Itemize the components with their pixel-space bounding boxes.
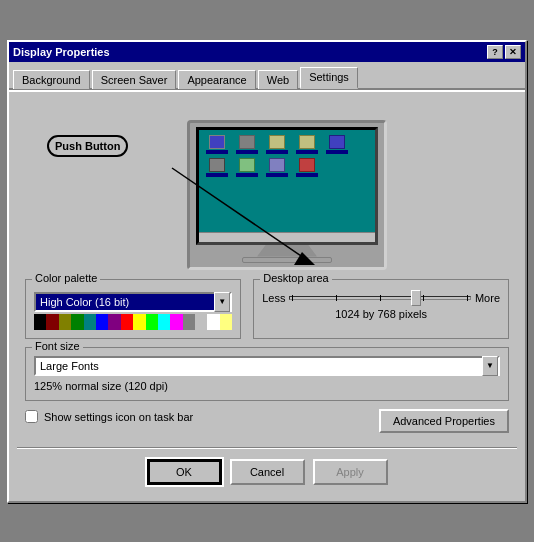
content-area: Push Button <box>9 90 525 501</box>
slider-row: Less More <box>262 292 500 304</box>
swatch-5 <box>84 314 96 330</box>
swatch-11 <box>158 314 170 330</box>
more-label: More <box>475 292 500 304</box>
less-label: Less <box>262 292 285 304</box>
font-size-select[interactable]: Small Fonts Large Fonts Other <box>34 356 500 376</box>
tab-settings[interactable]: Settings <box>300 67 358 89</box>
show-settings-label: Show settings icon on task bar <box>44 411 193 423</box>
advanced-properties-button[interactable]: Advanced Properties <box>379 409 509 433</box>
swatch-14 <box>195 314 207 330</box>
color-palette-group: Color palette High Color (16 bit) True C… <box>25 279 241 339</box>
tab-background[interactable]: Background <box>13 70 90 89</box>
checkbox-row: Show settings icon on task bar <box>25 410 193 423</box>
monitor-screen <box>196 127 378 245</box>
swatch-2 <box>46 314 58 330</box>
font-size-dropdown-wrapper: Small Fonts Large Fonts Other ▼ <box>34 356 500 376</box>
two-columns: Color palette High Color (16 bit) True C… <box>25 279 509 339</box>
tab-appearance[interactable]: Appearance <box>178 70 255 89</box>
cancel-button[interactable]: Cancel <box>230 459 305 485</box>
monitor-section: Push Button <box>17 100 517 275</box>
ok-button[interactable]: OK <box>147 459 222 485</box>
color-palette-label: Color palette <box>32 272 100 284</box>
swatch-16 <box>220 314 232 330</box>
monitor-outer <box>187 120 387 270</box>
swatch-15 <box>207 314 219 330</box>
font-size-label: Font size <box>32 340 83 352</box>
close-button[interactable]: ✕ <box>505 45 521 59</box>
push-button-label: Push Button <box>47 135 128 157</box>
desktop-area-label: Desktop area <box>260 272 331 284</box>
desktop-taskbar <box>199 232 375 242</box>
controls-area: Color palette High Color (16 bit) True C… <box>17 275 517 443</box>
swatch-8 <box>121 314 133 330</box>
slider-track[interactable] <box>289 296 471 300</box>
title-bar-buttons: ? ✕ <box>487 45 521 59</box>
monitor-stand <box>257 245 317 257</box>
title-bar: Display Properties ? ✕ <box>9 42 525 62</box>
swatch-10 <box>146 314 158 330</box>
monitor-base <box>242 257 332 263</box>
show-settings-checkbox[interactable] <box>25 410 38 423</box>
swatch-9 <box>133 314 145 330</box>
dialog-button-row: OK Cancel Apply <box>17 453 517 493</box>
swatch-6 <box>96 314 108 330</box>
display-properties-window: Display Properties ? ✕ Background Screen… <box>7 40 527 503</box>
pixels-label: 1024 by 768 pixels <box>262 308 500 320</box>
font-size-group: Font size Small Fonts Large Fonts Other … <box>25 347 509 401</box>
swatch-4 <box>71 314 83 330</box>
swatch-13 <box>183 314 195 330</box>
color-palette-dropdown-wrapper: High Color (16 bit) True Color (24 bit) … <box>34 292 232 312</box>
apply-button[interactable]: Apply <box>313 459 388 485</box>
help-button[interactable]: ? <box>487 45 503 59</box>
horizontal-divider <box>17 447 517 449</box>
tab-web[interactable]: Web <box>258 70 298 89</box>
swatch-12 <box>170 314 182 330</box>
tabs-row: Background Screen Saver Appearance Web S… <box>9 62 525 90</box>
tab-screen-saver[interactable]: Screen Saver <box>92 70 177 89</box>
slider-thumb[interactable] <box>411 290 421 306</box>
normal-size-text: 125% normal size (120 dpi) <box>34 380 500 392</box>
desktop-area-group: Desktop area Less <box>253 279 509 339</box>
swatch-1 <box>34 314 46 330</box>
window-title: Display Properties <box>13 46 110 58</box>
color-swatch-bar <box>34 314 232 330</box>
swatch-7 <box>108 314 120 330</box>
color-palette-select[interactable]: High Color (16 bit) True Color (24 bit) … <box>34 292 232 312</box>
swatch-3 <box>59 314 71 330</box>
bottom-row: Show settings icon on task bar Advanced … <box>25 409 509 433</box>
monitor-container <box>187 120 387 270</box>
